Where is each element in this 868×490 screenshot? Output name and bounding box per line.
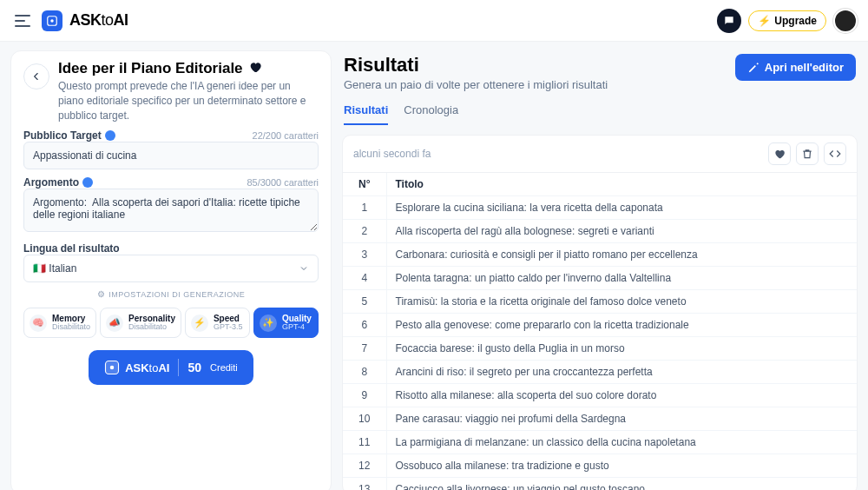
table-row: 1Esplorare la cucina siciliana: la vera … [343,196,857,220]
favorite-result-button[interactable] [768,142,791,165]
hamburger-icon [15,15,30,27]
bolt-icon: ⚡ [191,315,208,332]
arrow-left-icon [30,70,43,83]
table-row: 10Pane carasau: viaggio nei profumi dell… [343,407,857,431]
gear-icon: ⚙ [97,289,106,299]
results-subtitle: Genera un paio di volte per ottenere i m… [344,78,608,91]
mode-personality[interactable]: 📣PersonalityDisabilitato [100,308,181,338]
results-title: Risultati [344,54,608,76]
cell-title: La parmigiana di melanzane: un classico … [386,431,857,454]
credits-label: Crediti [210,362,238,373]
code-icon [829,148,841,160]
credits-count: 50 [187,361,201,374]
table-row: 6Pesto alla genovese: come prepararlo co… [343,314,857,337]
sparkle-icon: ✨ [260,315,277,332]
table-row: 3Carbonara: curiosità e consigli per il … [343,243,857,267]
brand-logo-icon [42,10,62,31]
generate-button[interactable]: ASKtoAI 50 Crediti [89,350,253,385]
chat-button[interactable] [717,9,741,33]
lang-label: Lingua del risultato [23,242,319,255]
upgrade-button[interactable]: ⚡ Upgrade [748,10,826,31]
favorite-button[interactable] [248,60,262,77]
topic-input[interactable]: Argomento: Alla scoperta dei sapori d'It… [23,189,319,232]
table-row: 12Ossobuco alla milanese: tra tradizione… [343,454,857,478]
delete-result-button[interactable] [796,142,819,165]
svg-point-1 [50,19,54,23]
megaphone-icon: 📣 [106,315,123,332]
target-counter: 22/200 caratteri [253,130,319,141]
heart-icon [773,148,786,160]
heart-icon [248,60,262,74]
cell-title: Pesto alla genovese: come prepararlo con… [386,314,857,337]
cell-title: Carbonara: curiosità e consigli per il p… [386,243,857,267]
bolt-icon: ⚡ [758,15,771,27]
language-select[interactable]: 🇮🇹 Italian [23,255,319,282]
table-row: 7Focaccia barese: il gusto della Puglia … [343,337,857,361]
cell-title: Focaccia barese: il gusto della Puglia i… [386,337,857,361]
info-icon[interactable] [82,177,93,188]
prompt-panel: Idee per il Piano Editoriale Questo prom… [10,50,332,490]
cell-title: Polenta taragna: un piatto caldo per l'i… [386,267,857,290]
table-row: 2Alla riscoperta del ragù alla bolognese… [343,220,857,243]
language-value: 🇮🇹 Italian [33,262,76,275]
cell-title: Tiramisù: la storia e la ricetta origina… [386,290,857,314]
cell-number: 12 [343,454,386,478]
back-button[interactable] [23,63,49,89]
cell-number: 7 [343,337,386,361]
results-card: alcuni secondi fa N° Titolo 1Esplorare l… [342,135,858,490]
brain-icon: 🧠 [30,315,47,332]
topic-label: Argomento [23,176,93,189]
th-title: Titolo [386,173,857,196]
table-row: 9Risotto alla milanese: alla scoperta de… [343,384,857,407]
avatar[interactable] [833,9,858,33]
open-editor-button[interactable]: Apri nell'editor [735,54,856,81]
code-result-button[interactable] [824,142,846,165]
cell-number: 2 [343,220,386,243]
target-label: Pubblico Target [23,129,115,142]
table-row: 5Tiramisù: la storia e la ricetta origin… [343,290,857,314]
cell-number: 5 [343,290,386,314]
target-input[interactable] [23,142,319,169]
prompt-title: Idee per il Piano Editoriale [58,60,243,77]
cell-title: Cacciucco alla livornese: un viaggio nel… [386,478,857,491]
topic-counter: 85/3000 caratteri [247,177,319,188]
cell-number: 9 [343,384,386,407]
cell-number: 8 [343,361,386,384]
result-timeago: alcuni secondi fa [353,148,431,160]
tab-history[interactable]: Cronologia [404,96,458,125]
trash-icon [801,148,813,160]
generation-settings-label: ⚙IMPOSTAZIONI DI GENERAZIONE [23,289,319,299]
info-icon[interactable] [105,130,115,141]
cell-number: 11 [343,431,386,454]
table-row: 8Arancini di riso: il segreto per una cr… [343,361,857,384]
table-row: 11La parmigiana di melanzane: un classic… [343,431,857,454]
prompt-description: Questo prompt prevede che l'IA generi id… [58,79,319,122]
table-row: 4Polenta taragna: un piatto caldo per l'… [343,267,857,290]
cell-title: Pane carasau: viaggio nei profumi della … [386,407,857,431]
cell-number: 4 [343,267,386,290]
chat-icon [723,15,735,27]
mode-speed[interactable]: ⚡SpeedGPT-3.5 [185,308,250,338]
mode-memory[interactable]: 🧠MemoryDisabilitato [23,308,96,338]
cell-number: 13 [343,478,386,491]
pencil-icon [747,62,760,74]
mode-quality[interactable]: ✨QualityGPT-4 [253,308,319,338]
menu-button[interactable] [10,9,35,33]
cell-title: Ossobuco alla milanese: tra tradizione e… [386,454,857,478]
cell-number: 6 [343,314,386,337]
cell-number: 3 [343,243,386,267]
tab-results[interactable]: Risultati [344,96,388,125]
cell-number: 1 [343,196,386,220]
results-panel: Risultati Genera un paio di volte per ot… [342,50,858,490]
th-number: N° [343,173,386,196]
topbar: ASKtoAI ⚡ Upgrade [0,0,868,42]
table-row: 13Cacciucco alla livornese: un viaggio n… [343,478,857,491]
cell-title: Risotto alla milanese: alla scoperta del… [386,384,857,407]
cell-title: Alla riscoperta del ragù alla bolognese:… [386,220,857,243]
cell-title: Esplorare la cucina siciliana: la vera r… [386,196,857,220]
svg-point-3 [110,366,115,370]
cell-number: 10 [343,407,386,431]
brand-name: ASKtoAI [69,11,128,30]
brand-logo-icon [104,360,120,375]
results-table: N° Titolo 1Esplorare la cucina siciliana… [343,173,857,490]
